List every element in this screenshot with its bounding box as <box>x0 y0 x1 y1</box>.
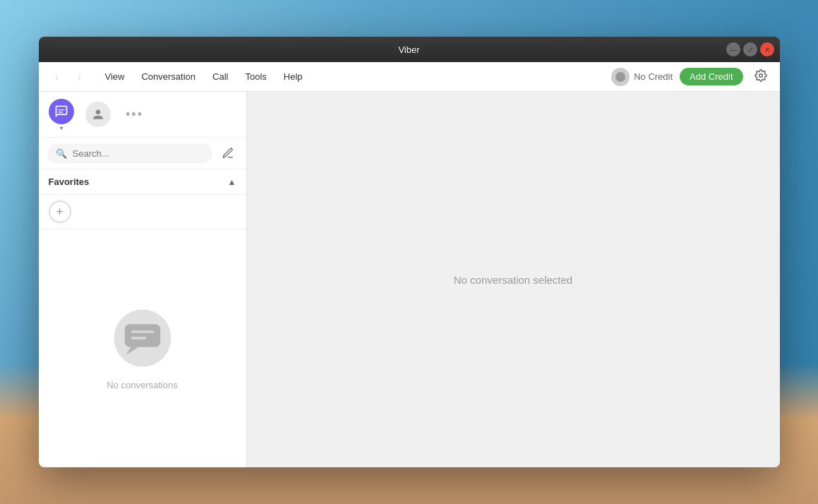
app-window: Viber — ⤢ ✕ ‹ › View Conversation Call T… <box>39 37 780 467</box>
tab-chat[interactable]: ▾ <box>49 99 74 130</box>
sidebar-tabs: ▾ ••• <box>39 92 246 138</box>
empty-conversations: No conversations <box>39 229 246 467</box>
title-bar: Viber — ⤢ ✕ <box>39 37 780 62</box>
close-button[interactable]: ✕ <box>760 42 774 56</box>
plus-icon: + <box>56 205 64 220</box>
menu-help[interactable]: Help <box>277 68 310 85</box>
sidebar: ▾ ••• 🔍 <box>39 92 247 467</box>
nav-forward-button[interactable]: › <box>70 67 90 87</box>
svg-rect-4 <box>131 330 153 333</box>
search-input[interactable] <box>73 148 204 159</box>
favorites-add-area: + <box>39 195 246 229</box>
user-avatar <box>611 68 630 86</box>
favorites-toggle[interactable]: ▲ <box>228 177 236 187</box>
svg-rect-2 <box>124 324 160 347</box>
favorites-label: Favorites <box>49 176 90 187</box>
chat-tab-dropdown: ▾ <box>58 126 65 130</box>
minimize-button[interactable]: — <box>726 42 740 56</box>
main-content: ▾ ••• 🔍 <box>39 92 780 467</box>
add-favorite-button[interactable]: + <box>49 200 71 223</box>
favorites-section: Favorites ▲ <box>39 169 246 195</box>
settings-icon <box>754 69 767 85</box>
no-conversation-text: No conversation selected <box>454 274 572 286</box>
nav-back-button[interactable]: ‹ <box>47 67 67 87</box>
contacts-tab-icon <box>85 102 111 127</box>
search-icon: 🔍 <box>56 148 67 159</box>
menu-bar-right: No Credit Add Credit <box>611 66 771 88</box>
svg-point-0 <box>759 73 762 77</box>
menu-conversation[interactable]: Conversation <box>134 68 203 85</box>
menu-view[interactable]: View <box>98 68 132 85</box>
menu-call[interactable]: Call <box>205 68 235 85</box>
restore-button[interactable]: ⤢ <box>743 42 757 56</box>
menu-tools[interactable]: Tools <box>238 68 273 85</box>
tab-more[interactable]: ••• <box>122 102 148 127</box>
search-bar: 🔍 <box>39 138 246 169</box>
chat-tab-icon <box>49 99 74 124</box>
more-tab-icon: ••• <box>122 102 148 127</box>
svg-rect-5 <box>131 337 146 340</box>
nav-arrows: ‹ › <box>47 67 90 87</box>
title-bar-controls: — ⤢ ✕ <box>723 42 780 56</box>
user-credit-area: No Credit <box>611 68 673 86</box>
main-panel: No conversation selected <box>247 92 780 467</box>
add-credit-button[interactable]: Add Credit <box>680 68 742 85</box>
search-input-wrap: 🔍 <box>47 144 212 163</box>
tab-contacts[interactable] <box>85 102 111 127</box>
settings-button[interactable] <box>750 66 771 88</box>
no-conversations-label: No conversations <box>107 380 177 390</box>
empty-chat-icon <box>111 306 174 370</box>
credit-label: No Credit <box>634 71 673 82</box>
compose-button[interactable] <box>218 143 238 163</box>
menu-bar: ‹ › View Conversation Call Tools Help No… <box>39 62 780 92</box>
app-title: Viber <box>95 44 723 55</box>
menu-items: View Conversation Call Tools Help <box>98 68 612 85</box>
